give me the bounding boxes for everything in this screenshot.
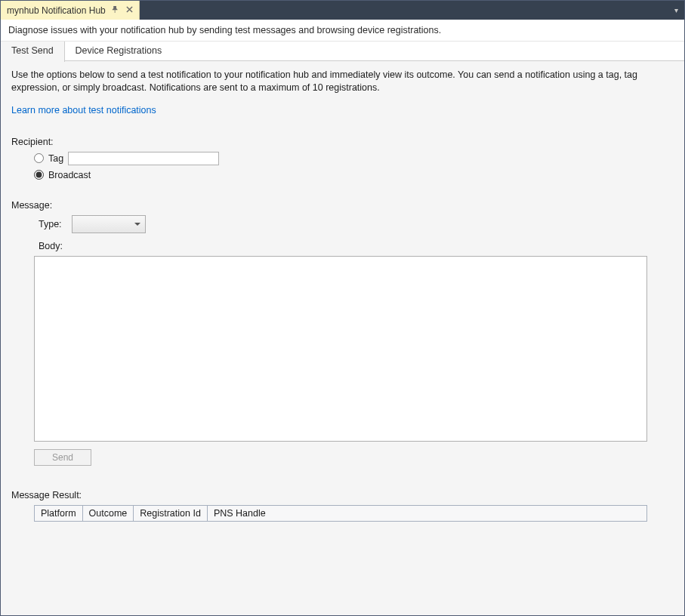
- subtab-bar: Test Send Device Registrations: [1, 42, 684, 61]
- result-table-header-row: Platform Outcome Registration Id PNS Han…: [35, 505, 647, 521]
- pin-icon[interactable]: [110, 5, 120, 16]
- send-button[interactable]: Send: [34, 449, 91, 466]
- page-description: Diagnose issues with your notification h…: [1, 20, 684, 42]
- learn-more-link[interactable]: Learn more about test notifications: [11, 105, 156, 116]
- message-label: Message:: [11, 200, 674, 211]
- message-type-row: Type:: [39, 215, 674, 233]
- document-tab-title: mynhub Notification Hub: [7, 5, 106, 16]
- recipient-tag-label: Tag: [48, 153, 63, 164]
- result-table: Platform Outcome Registration Id PNS Han…: [34, 505, 647, 522]
- recipient-broadcast-label: Broadcast: [48, 170, 91, 180]
- message-type-value: [73, 216, 77, 226]
- col-registration-id[interactable]: Registration Id: [134, 505, 208, 521]
- col-platform[interactable]: Platform: [35, 505, 83, 521]
- intro-text: Use the options below to send a test not…: [11, 69, 674, 94]
- tab-device-registrations[interactable]: Device Registrations: [65, 42, 174, 60]
- title-bar-dropdown-icon[interactable]: ▾: [668, 1, 684, 20]
- result-label: Message Result:: [11, 490, 674, 500]
- message-type-select[interactable]: [72, 215, 146, 233]
- tab-test-send[interactable]: Test Send: [1, 42, 65, 62]
- document-tab[interactable]: mynhub Notification Hub: [1, 1, 140, 20]
- notification-hub-window: mynhub Notification Hub ▾ Diagnose issue…: [0, 0, 685, 616]
- recipient-tag-row: Tag: [34, 152, 674, 165]
- recipient-label: Recipient:: [11, 137, 674, 147]
- recipient-tag-radio[interactable]: [34, 153, 44, 163]
- close-icon[interactable]: [125, 5, 134, 16]
- title-bar: mynhub Notification Hub ▾: [1, 1, 684, 20]
- col-pns-handle[interactable]: PNS Handle: [207, 505, 646, 521]
- message-body-textarea[interactable]: [34, 256, 647, 442]
- recipient-broadcast-row: Broadcast: [34, 170, 674, 180]
- message-body-label: Body:: [39, 241, 674, 251]
- recipient-tag-input[interactable]: [68, 152, 219, 165]
- recipient-broadcast-radio[interactable]: [34, 170, 44, 180]
- message-type-label: Type:: [39, 219, 64, 229]
- tab-content: Use the options below to send a test not…: [1, 61, 684, 615]
- col-outcome[interactable]: Outcome: [82, 505, 134, 521]
